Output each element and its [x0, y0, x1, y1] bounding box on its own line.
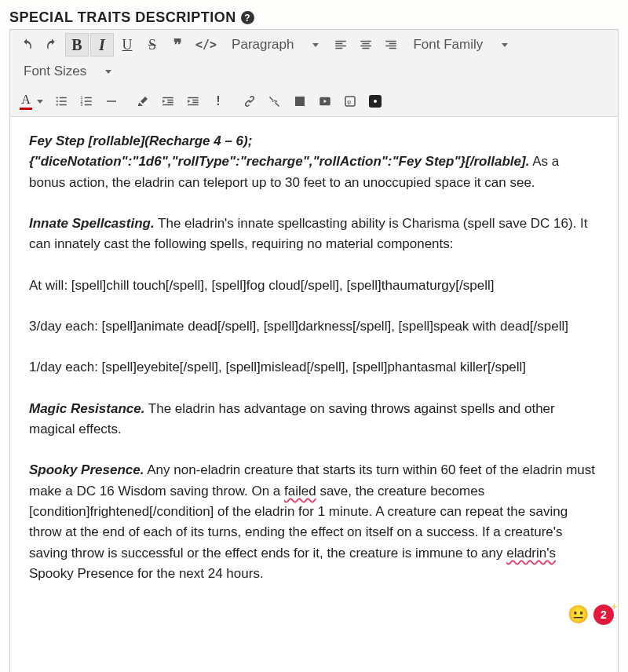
blockquote-button[interactable]: ❞	[166, 33, 189, 57]
tooltip-button[interactable]: !	[206, 89, 230, 113]
paragraph: At will: [spell]chill touch[/spell], [sp…	[29, 276, 599, 296]
fontsize-dropdown[interactable]: Font Sizes	[15, 60, 120, 83]
help-icon[interactable]: ?	[241, 11, 254, 24]
link-button[interactable]	[238, 89, 261, 113]
embed-button[interactable]: φ	[338, 89, 362, 113]
align-center-button[interactable]	[354, 33, 378, 57]
svg-point-1	[57, 100, 58, 102]
svg-text:3: 3	[81, 102, 83, 107]
feedback-widget[interactable]: 😐 2 +	[568, 604, 614, 625]
chevron-down-icon	[105, 70, 111, 74]
chevron-down-icon	[37, 100, 43, 104]
paragraph: Magic Resistance. The eladrin has advant…	[29, 399, 599, 440]
paragraph: 3/day each: [spell]animate dead[/spell],…	[29, 316, 599, 337]
textcolor-button[interactable]: A	[15, 89, 48, 113]
paragraph: Spooky Presence. Any non-eladrin creatur…	[29, 460, 599, 584]
format-dropdown-label: Paragraph	[232, 37, 294, 53]
align-right-button[interactable]	[379, 33, 403, 57]
unlink-button[interactable]	[263, 89, 287, 113]
clear-format-button[interactable]	[131, 89, 155, 113]
fontfamily-dropdown[interactable]: Font Family	[404, 33, 517, 57]
indent-button[interactable]	[181, 89, 205, 113]
svg-point-0	[57, 97, 58, 98]
dice-button[interactable]	[363, 89, 387, 113]
bullet-list-button[interactable]	[49, 89, 73, 113]
outdent-button[interactable]	[156, 89, 180, 113]
paragraph: 1/day each: [spell]eyebite[/spell], [spe…	[29, 357, 599, 378]
image-button[interactable]	[288, 89, 312, 113]
emoji-icon[interactable]: 😐	[568, 604, 589, 625]
rich-text-editor: B I U S ❞ </> Paragraph Font Family Font…	[9, 29, 619, 672]
chevron-down-icon	[502, 43, 508, 47]
section-title: SPECIAL TRAITS DESCRIPTION	[9, 9, 236, 26]
italic-button[interactable]: I	[90, 33, 114, 57]
svg-text:φ: φ	[347, 98, 351, 105]
strikethrough-button[interactable]: S	[141, 33, 164, 57]
format-dropdown[interactable]: Paragraph	[223, 33, 327, 57]
horizontal-rule-button[interactable]	[100, 89, 123, 113]
chevron-down-icon	[312, 43, 319, 47]
fontsize-dropdown-label: Font Sizes	[24, 64, 86, 79]
align-left-button[interactable]	[329, 33, 352, 57]
undo-button[interactable]	[15, 33, 38, 57]
bold-button[interactable]: B	[65, 33, 89, 57]
svg-point-2	[57, 104, 58, 105]
video-button[interactable]	[313, 89, 337, 113]
editor-content[interactable]: Fey Step [rollable](Recharge 4 – 6); {"d…	[10, 117, 618, 672]
redo-button[interactable]	[40, 33, 64, 57]
paragraph: Innate Spellcasting. The eladrin's innat…	[29, 214, 599, 255]
plus-icon: +	[612, 601, 617, 612]
underline-button[interactable]: U	[115, 33, 139, 57]
numbered-list-button[interactable]: 123	[75, 89, 98, 113]
fontfamily-dropdown-label: Font Family	[413, 37, 483, 53]
code-button[interactable]: </>	[191, 33, 221, 57]
editor-toolbar: B I U S ❞ </> Paragraph Font Family Font…	[10, 30, 618, 117]
svg-point-6	[297, 99, 298, 100]
paragraph: Fey Step [rollable](Recharge 4 – 6); {"d…	[29, 131, 599, 193]
notification-badge[interactable]: 2 +	[593, 604, 614, 625]
